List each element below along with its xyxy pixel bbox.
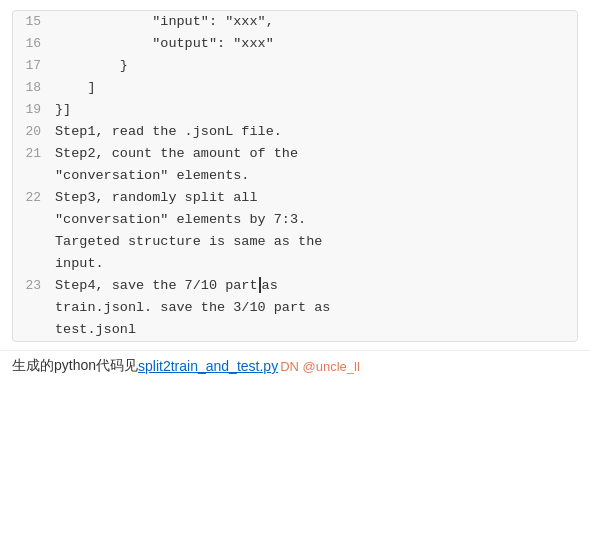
line-number-23: 23 (13, 275, 51, 297)
line-content-18: ] (51, 77, 577, 99)
page-container: 15 "input": "xxx", 16 "output": "xxx" 17… (0, 0, 590, 558)
line-content-17: } (51, 55, 577, 77)
footer-author: DN @uncle_ll (280, 359, 360, 374)
code-line-21: 21 Step2, count the amount of the"conver… (13, 143, 577, 187)
footer-link[interactable]: split2train_and_test.py (138, 358, 278, 374)
line-content-20: Step1, read the .jsonL file. (51, 121, 577, 143)
line-number-17: 17 (13, 55, 51, 77)
line-content-15: "input": "xxx", (51, 11, 577, 33)
code-line-18: 18 ] (13, 77, 577, 99)
code-line-22: 22 Step3, randomly split all"conversatio… (13, 187, 577, 275)
line-number-16: 16 (13, 33, 51, 55)
line-number-19: 19 (13, 99, 51, 121)
code-line-16: 16 "output": "xxx" (13, 33, 577, 55)
line-number-21: 21 (13, 143, 51, 165)
footer-text: 生成的python代码见 (12, 357, 138, 375)
code-line-19: 19 }] (13, 99, 577, 121)
code-block: 15 "input": "xxx", 16 "output": "xxx" 17… (12, 10, 578, 342)
line-number-15: 15 (13, 11, 51, 33)
line-number-18: 18 (13, 77, 51, 99)
line-content-19: }] (51, 99, 577, 121)
footer-area: 生成的python代码见 split2train_and_test.py DN … (0, 350, 590, 381)
line-content-16: "output": "xxx" (51, 33, 577, 55)
line-content-22: Step3, randomly split all"conversation" … (51, 187, 577, 275)
line-number-22: 22 (13, 187, 51, 209)
code-line-15: 15 "input": "xxx", (13, 11, 577, 33)
code-line-17: 17 } (13, 55, 577, 77)
line-number-20: 20 (13, 121, 51, 143)
code-line-20: 20 Step1, read the .jsonL file. (13, 121, 577, 143)
line-content-21: Step2, count the amount of the"conversat… (51, 143, 577, 187)
code-line-23: 23 Step4, save the 7/10 partastrain.json… (13, 275, 577, 341)
line-content-23: Step4, save the 7/10 partastrain.jsonl. … (51, 275, 577, 341)
